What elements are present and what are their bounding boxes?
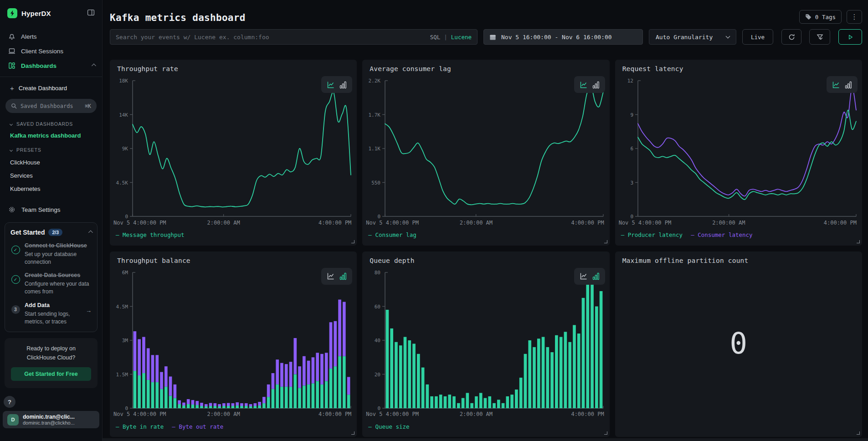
date-range-picker[interactable]: Nov 5 16:00:00 - Nov 6 16:00:00 xyxy=(483,29,643,45)
page-title: Kafka metrics dashboard xyxy=(103,0,868,23)
svg-text:6M: 6M xyxy=(122,270,128,276)
svg-text:2.2K: 2.2K xyxy=(369,78,381,84)
chart-type-toggle[interactable] xyxy=(574,76,605,93)
calendar-icon xyxy=(489,34,496,41)
step-title: Add Data xyxy=(25,302,86,309)
sidebar-item-kubernetes[interactable]: Kubernetes xyxy=(0,185,102,192)
chart-type-toggle[interactable] xyxy=(827,76,858,93)
chart-legend: — Byte in rate— Byte out rate xyxy=(110,420,357,432)
tags-label: 0 Tags xyxy=(815,14,836,21)
x-tick: 4:00:00 PM xyxy=(571,411,604,417)
x-tick: 4:00:00 PM xyxy=(824,220,857,226)
svg-text:4.5K: 4.5K xyxy=(116,180,128,186)
sidebar: HyperDX Alerts Client Sessions Dashboard… xyxy=(0,0,103,441)
sidebar-item-dashboards[interactable]: Dashboards xyxy=(0,58,102,73)
line-chart-icon xyxy=(580,81,588,89)
chart-type-toggle[interactable] xyxy=(574,268,605,285)
get-started-title: Get Started xyxy=(10,229,45,236)
get-started-card: Get Started 2/3 ✓ Connect to ClickHouse … xyxy=(5,222,98,332)
chart-plot: 129630 xyxy=(615,75,862,219)
more-options-button[interactable]: ⋮ xyxy=(847,10,862,24)
dashboard-grid: Throughput rate 18K14K9K4.5K0 Nov 5 4:00… xyxy=(110,60,862,437)
get-started-step[interactable]: ✓ Create Data Sources Configure where yo… xyxy=(10,272,92,295)
svg-text:18K: 18K xyxy=(119,78,128,84)
get-started-step[interactable]: ✓ Connect to ClickHouse Set up your data… xyxy=(10,242,92,266)
svg-text:12: 12 xyxy=(627,78,633,84)
bar-chart-icon xyxy=(339,272,347,280)
chart-title: Maximum offline partition count xyxy=(615,257,862,264)
granularity-select[interactable]: Auto Granularity xyxy=(649,29,736,45)
bottom-strip xyxy=(103,438,868,441)
chart-legend: — Consumer lag xyxy=(362,229,609,241)
x-tick: Nov 5 4:00:00 PM xyxy=(113,220,166,226)
chevron-up-icon[interactable] xyxy=(88,230,93,235)
create-dashboard-button[interactable]: + Create Dashboard xyxy=(0,82,102,93)
search-placeholder: Search your events w/ Lucene ex. column:… xyxy=(116,34,430,41)
chart-legend: — Queue size xyxy=(362,420,609,432)
tag-icon xyxy=(805,14,812,20)
step-desc: Set up your database connection xyxy=(25,251,92,266)
svg-text:0: 0 xyxy=(630,214,633,219)
resize-handle[interactable] xyxy=(604,431,607,435)
chart-panel-throughput-balance: Throughput balance 6M4.5M3M1.5M0 Nov 5 4… xyxy=(110,251,357,437)
resize-handle[interactable] xyxy=(351,431,354,435)
chart-type-toggle[interactable] xyxy=(321,76,352,93)
chevron-down-icon xyxy=(726,34,730,39)
chart-title: Throughput balance xyxy=(110,257,357,264)
saved-dashboards-section-toggle[interactable]: SAVED DASHBOARDS xyxy=(0,121,102,127)
legend-item: — Consumer latency xyxy=(691,231,752,238)
collapse-sidebar-icon[interactable] xyxy=(87,9,95,18)
help-button[interactable]: ? xyxy=(4,396,15,408)
user-email: dominic.tran@clickho... xyxy=(23,420,75,426)
chart-type-toggle[interactable] xyxy=(321,268,352,285)
line-chart-icon xyxy=(327,81,335,89)
x-axis-labels: Nov 5 4:00:00 PM 2:00:00 AM 4:00:00 PM xyxy=(615,219,862,227)
sidebar-item-client-sessions[interactable]: Client Sessions xyxy=(0,44,102,58)
toolbar: Search your events w/ Lucene ex. column:… xyxy=(110,29,862,45)
step-title: Connect to ClickHouse xyxy=(25,242,92,250)
line-chart-icon xyxy=(580,272,588,280)
live-button[interactable]: Live xyxy=(742,29,773,45)
get-started-free-button[interactable]: Get Started for Free xyxy=(11,367,91,381)
filter-button[interactable] xyxy=(809,29,830,45)
team-settings-button[interactable]: Team Settings xyxy=(0,206,102,213)
sql-mode-toggle[interactable]: SQL xyxy=(430,34,441,41)
tags-button[interactable]: 0 Tags xyxy=(799,10,842,24)
chart-plot: 806040200 xyxy=(362,267,609,411)
x-tick: Nov 5 4:00:00 PM xyxy=(366,220,419,226)
svg-text:1.1K: 1.1K xyxy=(369,146,381,152)
chart-legend: — Producer latency— Consumer latency xyxy=(615,229,862,241)
chart-title: Average consumer lag xyxy=(362,65,609,72)
filter-slash-icon xyxy=(817,34,823,41)
resize-handle[interactable] xyxy=(857,240,860,243)
x-tick: 2:00:00 AM xyxy=(712,220,745,226)
bell-icon xyxy=(8,33,15,40)
presets-section-toggle[interactable]: PRESETS xyxy=(0,147,102,153)
sidebar-item-services[interactable]: Services xyxy=(0,172,102,179)
run-query-button[interactable] xyxy=(838,29,862,45)
sidebar-item-alerts[interactable]: Alerts xyxy=(0,29,102,44)
user-menu[interactable]: D dominic.tran@clic... dominic.tran@clic… xyxy=(3,411,99,428)
x-axis-labels: Nov 5 4:00:00 PM 2:00:00 AM 4:00:00 PM xyxy=(110,410,357,419)
x-tick: 2:00:00 AM xyxy=(207,411,240,417)
bar-chart-icon xyxy=(845,81,852,89)
sidebar-item-kafka-dashboard[interactable]: Kafka metrics dashboard xyxy=(0,132,102,139)
resize-handle[interactable] xyxy=(857,431,860,435)
legend-item: — Byte in rate xyxy=(116,423,164,430)
refresh-button[interactable] xyxy=(781,29,801,45)
resize-handle[interactable] xyxy=(351,240,354,243)
svg-text:9: 9 xyxy=(630,112,633,118)
svg-text:80: 80 xyxy=(375,270,380,276)
resize-handle[interactable] xyxy=(604,240,607,243)
sidebar-item-label: Alerts xyxy=(21,33,37,40)
get-started-step[interactable]: 3 Add Data Start sending logs, metrics, … xyxy=(10,302,92,325)
sidebar-item-clickhouse[interactable]: ClickHouse xyxy=(0,159,102,166)
chart-plot: 2.2K1.7K1.1K5500 xyxy=(362,75,609,219)
chart-panel-queue-depth: Queue depth 806040200 Nov 5 4:00:00 PM 2… xyxy=(362,251,609,437)
play-icon xyxy=(847,34,853,40)
saved-dashboards-search-input[interactable]: Saved Dashboards ⌘K xyxy=(5,99,97,113)
progress-badge: 2/3 xyxy=(48,229,62,236)
lucene-mode-toggle[interactable]: Lucene xyxy=(451,34,472,41)
svg-text:60: 60 xyxy=(375,303,380,309)
event-search-input[interactable]: Search your events w/ Lucene ex. column:… xyxy=(110,29,478,45)
